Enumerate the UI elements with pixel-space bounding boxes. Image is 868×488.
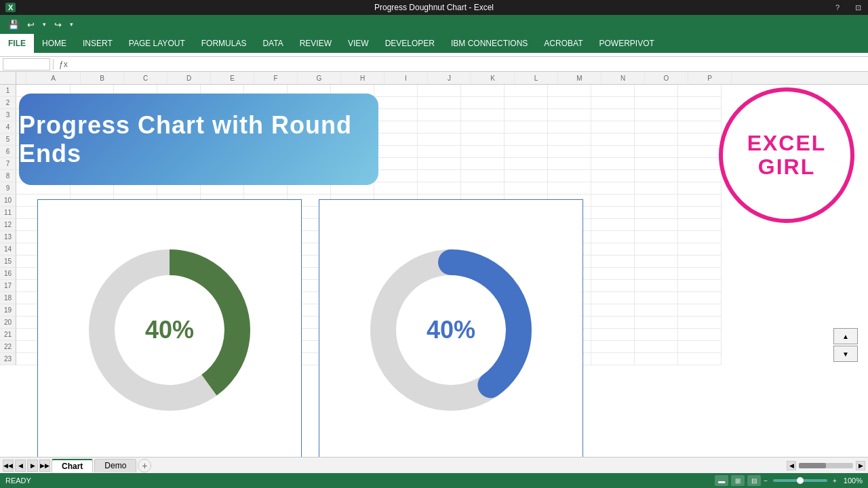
normal-view-button[interactable]: ▬	[715, 475, 728, 486]
window-title: Progress Doughnut Chart - Excel	[374, 3, 494, 12]
scroll-down-button[interactable]: ▼	[833, 346, 858, 362]
zoom-in-button[interactable]: +	[833, 477, 837, 485]
sheet-nav-first[interactable]: ◀◀	[3, 460, 14, 472]
col-header-b: B	[81, 72, 124, 84]
scroll-buttons: ▲ ▼	[833, 328, 858, 362]
sheet-scroll-track[interactable]	[799, 463, 853, 468]
chart1-percentage: 40%	[145, 316, 194, 344]
sheet-scroll-right[interactable]: ▶	[856, 461, 865, 470]
formula-bar: ƒx	[0, 57, 868, 72]
col-header-l: L	[515, 72, 558, 84]
tab-view[interactable]: VIEW	[340, 34, 377, 53]
tab-data[interactable]: DATA	[254, 34, 291, 53]
tab-file[interactable]: FILE	[0, 34, 34, 53]
formula-divider	[53, 59, 54, 70]
col-header-n: N	[601, 72, 645, 84]
sheet-scroll-thumb	[799, 463, 826, 468]
tab-ibm-connections[interactable]: IBM CONNECTIONS	[443, 34, 536, 53]
chart1-donut: 40%	[38, 200, 301, 460]
header-corner	[0, 72, 16, 84]
chart2-donut: 40%	[319, 200, 583, 460]
excel-girl-line2: GIRL	[747, 155, 827, 179]
chart1-container: 40%	[37, 199, 302, 460]
help-button[interactable]: ?	[827, 0, 848, 15]
tab-formulas[interactable]: FORMULAS	[193, 34, 255, 53]
formula-input[interactable]	[73, 60, 865, 69]
spreadsheet-area: A B C D E F G H I J K L M N O P 12345678…	[0, 72, 868, 461]
tab-home[interactable]: HOME	[34, 34, 75, 53]
excel-girl-line1: EXCEL	[747, 131, 827, 155]
sheet-scroll-left[interactable]: ◀	[787, 461, 796, 470]
status-bar: READY ▬ ⊞ ⊟ − + 100%	[0, 473, 868, 488]
col-header-m: M	[558, 72, 601, 84]
col-header-c: C	[124, 72, 167, 84]
sheet-add-button[interactable]: +	[138, 459, 151, 472]
scroll-up-button[interactable]: ▲	[833, 328, 858, 344]
page-break-button[interactable]: ⊟	[747, 475, 761, 486]
sheet-right-controls: ◀ ▶	[787, 461, 865, 470]
name-box[interactable]	[3, 58, 50, 70]
banner-title: Progress Chart with Round Ends	[19, 111, 378, 168]
sheet-nav-last[interactable]: ▶▶	[39, 460, 50, 472]
column-headers: A B C D E F G H I J K L M N O P	[0, 72, 868, 85]
col-header-g: G	[298, 72, 341, 84]
tab-page-layout[interactable]: PAGE LAYOUT	[121, 34, 193, 53]
redo-button[interactable]: ↪	[52, 18, 64, 31]
status-ready: READY	[5, 476, 715, 485]
save-button[interactable]: 💾	[5, 18, 22, 31]
page-layout-button[interactable]: ⊞	[731, 475, 745, 486]
col-header-a: A	[26, 72, 81, 84]
col-header-d: D	[167, 72, 211, 84]
col-header-e: E	[211, 72, 254, 84]
col-header-p: P	[688, 72, 732, 84]
col-header-i: I	[384, 72, 428, 84]
quick-access-dropdown[interactable]: ▾	[67, 20, 76, 29]
ribbon-tabs: FILE HOME INSERT PAGE LAYOUT FORMULAS DA…	[0, 34, 868, 53]
undo-button[interactable]: ↩	[24, 18, 37, 31]
zoom-handle	[797, 477, 804, 484]
zoom-out-button[interactable]: −	[764, 477, 768, 485]
sheet-nav-next[interactable]: ▶	[27, 460, 38, 472]
tab-acrobat[interactable]: ACROBAT	[536, 34, 591, 53]
undo-dropdown-button[interactable]: ▾	[40, 20, 49, 29]
zoom-bar: − + 100%	[764, 476, 863, 485]
col-header-blank	[16, 72, 26, 84]
tab-powerpivot[interactable]: POWERPIVOT	[591, 34, 662, 53]
excel-logo-icon: X	[5, 3, 16, 12]
tab-developer[interactable]: DEVELOPER	[377, 34, 443, 53]
function-button[interactable]: ƒx	[56, 60, 71, 69]
col-header-f: F	[254, 72, 298, 84]
view-controls: ▬ ⊞ ⊟ − + 100%	[715, 475, 863, 486]
chart2-container: 40%	[319, 199, 583, 460]
sheet-tab-demo[interactable]: Demo	[94, 459, 136, 472]
title-bar: X Progress Doughnut Chart - Excel ? ⊡	[0, 0, 868, 15]
sheet-nav-prev[interactable]: ◀	[15, 460, 26, 472]
restore-button[interactable]: ⊡	[848, 0, 868, 15]
excel-girl-circle: EXCEL GIRL	[719, 87, 854, 223]
chart2-percentage: 40%	[427, 316, 475, 344]
tab-insert[interactable]: INSERT	[75, 34, 121, 53]
sheet-tabs-bar: ◀◀ ◀ ▶ ▶▶ Chart Demo + ◀ ▶	[0, 457, 868, 473]
col-header-o: O	[645, 72, 688, 84]
excel-girl-logo: EXCEL GIRL	[719, 87, 854, 223]
chart-overlay: Progress Chart with Round Ends EXCEL GIR…	[0, 84, 868, 461]
excel-girl-text: EXCEL GIRL	[747, 131, 827, 179]
tab-review[interactable]: REVIEW	[292, 34, 340, 53]
sheet-tab-chart[interactable]: Chart	[52, 459, 93, 472]
header-banner: Progress Chart with Round Ends	[19, 94, 378, 185]
zoom-level: 100%	[844, 476, 863, 485]
zoom-slider[interactable]	[773, 479, 827, 482]
col-header-h: H	[341, 72, 384, 84]
quick-access-toolbar: 💾 ↩ ▾ ↪ ▾	[0, 15, 868, 34]
col-header-k: K	[471, 72, 515, 84]
col-header-j: J	[428, 72, 471, 84]
